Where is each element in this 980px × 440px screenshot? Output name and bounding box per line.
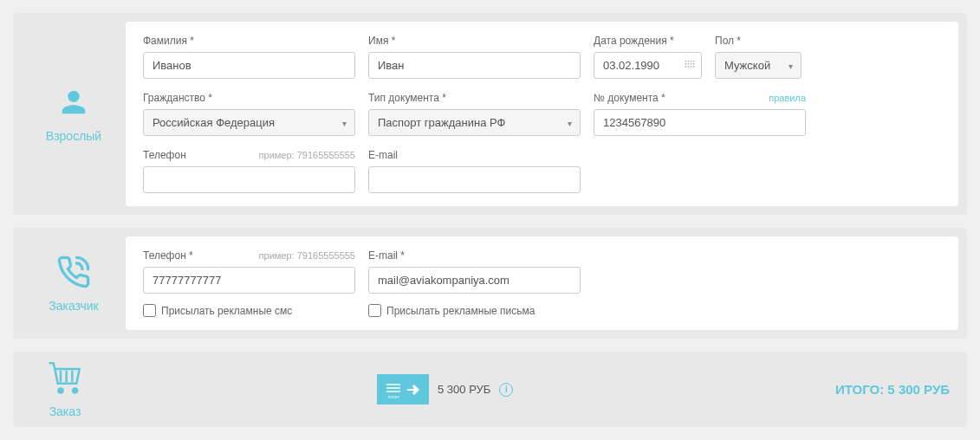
name-label: Имя * <box>368 35 581 47</box>
svg-rect-5 <box>688 63 690 65</box>
passenger-panel: Взрослый Фамилия * Имя * Дата рождения * <box>13 13 967 215</box>
svg-rect-10 <box>691 66 692 68</box>
info-icon[interactable]: i <box>499 383 513 397</box>
svg-rect-6 <box>691 63 692 65</box>
surname-label: Фамилия * <box>143 35 355 47</box>
customer-panel: Заказчик Телефон * пример: 79165555555 E… <box>13 228 967 339</box>
gender-label: Пол * <box>715 35 802 47</box>
customer-email-label: E-mail * <box>368 249 581 262</box>
customer-sidebar: Заказчик <box>22 236 126 330</box>
citizenship-select[interactable] <box>143 109 355 136</box>
customer-phone-label: Телефон * <box>143 249 193 262</box>
cart-icon <box>48 360 82 398</box>
ticket-info: TICKET 5 300 РУБ i <box>377 374 513 404</box>
customer-email-input[interactable] <box>368 267 581 294</box>
order-label: Заказ <box>49 404 81 418</box>
svg-rect-3 <box>693 61 695 62</box>
svg-rect-2 <box>691 61 692 62</box>
order-sidebar: Заказ <box>13 352 117 427</box>
svg-rect-1 <box>688 61 690 62</box>
svg-rect-8 <box>685 66 687 68</box>
docnum-label: № документа * <box>594 92 665 104</box>
rules-link[interactable]: правила <box>769 93 806 103</box>
customer-label: Заказчик <box>49 299 99 313</box>
name-input[interactable] <box>368 52 581 79</box>
calendar-icon[interactable] <box>685 59 695 72</box>
svg-rect-0 <box>685 61 687 62</box>
sms-checkbox[interactable] <box>143 304 156 317</box>
passenger-label: Взрослый <box>46 129 101 143</box>
customer-phone-input[interactable] <box>143 267 355 294</box>
svg-text:TICKET: TICKET <box>387 395 400 399</box>
birthdate-label: Дата рождения * <box>594 35 702 47</box>
doctype-select[interactable] <box>368 109 581 136</box>
gender-select[interactable] <box>715 52 802 79</box>
passenger-phone-hint: пример: 79165555555 <box>259 150 355 160</box>
passenger-form: Фамилия * Имя * Дата рождения * <box>126 22 958 206</box>
order-content: TICKET 5 300 РУБ i ИТОГО: 5 300 РУБ <box>117 361 967 417</box>
docnum-input[interactable] <box>594 109 806 136</box>
svg-rect-7 <box>693 63 695 65</box>
ticket-price: 5 300 РУБ <box>438 383 490 396</box>
doctype-label: Тип документа * <box>368 92 581 104</box>
passenger-sidebar: Взрослый <box>22 22 126 206</box>
svg-rect-9 <box>688 66 690 68</box>
passenger-email-label: E-mail <box>368 149 581 161</box>
person-icon <box>56 85 91 122</box>
surname-input[interactable] <box>143 52 355 79</box>
email-checkbox[interactable] <box>368 304 381 317</box>
customer-phone-hint: пример: 79165555555 <box>259 250 355 261</box>
passenger-phone-input[interactable] <box>143 166 355 193</box>
sms-checkbox-label: Присылать рекламные смс <box>161 305 292 317</box>
svg-point-12 <box>59 389 63 393</box>
email-checkbox-label: Присылать рекламные письма <box>386 305 535 317</box>
order-panel: Заказ TICKET 5 300 РУБ i ИТОГО: 5 300 РУ… <box>13 352 967 427</box>
order-total: ИТОГО: 5 300 РУБ <box>835 382 950 397</box>
ticket-badge-icon: TICKET <box>377 374 429 404</box>
passenger-phone-label: Телефон <box>143 149 186 161</box>
passenger-email-input[interactable] <box>368 166 581 193</box>
phone-icon <box>56 255 91 292</box>
svg-point-13 <box>73 389 77 393</box>
citizenship-label: Гражданство * <box>143 92 355 104</box>
customer-form: Телефон * пример: 79165555555 E-mail * П… <box>126 236 958 330</box>
svg-rect-4 <box>685 63 687 65</box>
svg-rect-11 <box>693 66 695 68</box>
